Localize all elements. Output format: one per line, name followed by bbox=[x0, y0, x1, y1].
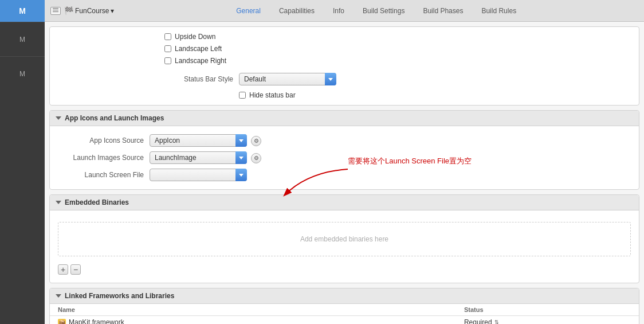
launch-images-settings-button[interactable]: ⚙ bbox=[251, 153, 261, 163]
hide-status-bar-row: Hide status bar bbox=[239, 90, 631, 100]
launch-images-source-row: Launch Images Source LaunchImage ⚙ bbox=[50, 149, 639, 166]
embedded-binaries-section: Embedded Binaries Add embedded binaries … bbox=[49, 194, 639, 283]
framework-name: MapKit.framework bbox=[69, 318, 124, 324]
orientation-section: Upside Down Landscape Left Landscape Rig… bbox=[49, 26, 639, 106]
upside-down-label: Upside Down bbox=[175, 33, 215, 41]
linked-frameworks-section-body: Name Status 📦MapKit.frameworkRequired⇅○l… bbox=[50, 304, 639, 324]
orientation-checkboxes: Upside Down Landscape Left Landscape Rig… bbox=[164, 32, 631, 66]
launch-screen-file-control bbox=[150, 169, 379, 181]
status-bar-label: Status Bar Style bbox=[164, 75, 239, 83]
sidebar-item-2[interactable]: M bbox=[0, 56, 45, 91]
app-icons-settings-button[interactable]: ⚙ bbox=[251, 136, 261, 146]
linked-frameworks-collapse-icon bbox=[56, 294, 61, 298]
sidebar-toggle-button[interactable] bbox=[50, 7, 61, 15]
frameworks-table: Name Status 📦MapKit.frameworkRequired⇅○l… bbox=[50, 304, 639, 324]
status-bar-row: Status Bar Style Default bbox=[164, 71, 631, 88]
hide-status-bar-checkbox[interactable] bbox=[239, 92, 246, 99]
tab-build-phases[interactable]: Build Phases bbox=[419, 5, 466, 17]
framework-status: Required bbox=[464, 318, 492, 324]
app-icons-source-select[interactable]: AppIcon bbox=[150, 134, 247, 147]
content-inner: Upside Down Landscape Left Landscape Rig… bbox=[45, 22, 644, 324]
app-icons-source-control: AppIcon ⚙ bbox=[150, 134, 379, 147]
toolbar: 🏁 FunCourse ▾ General Capabilities Info … bbox=[45, 0, 644, 22]
launch-images-source-label: Launch Images Source bbox=[58, 154, 150, 162]
main-area: 🏁 FunCourse ▾ General Capabilities Info … bbox=[45, 0, 644, 324]
project-name-label: FunCourse bbox=[75, 7, 109, 15]
launch-screen-file-label: Launch Screen File bbox=[58, 171, 150, 179]
app-icons-source-row: App Icons Source AppIcon ⚙ bbox=[50, 132, 639, 149]
landscape-right-label: Landscape Right bbox=[175, 57, 226, 65]
linked-frameworks-section-header[interactable]: Linked Frameworks and Libraries bbox=[50, 288, 639, 304]
status-bar-select[interactable]: Default bbox=[239, 73, 336, 85]
add-binary-button[interactable]: + bbox=[58, 264, 68, 275]
framework-icon: 📦 bbox=[58, 319, 66, 324]
name-column-header: Name bbox=[50, 304, 456, 316]
add-remove-row: + − bbox=[50, 262, 639, 277]
embedded-binaries-empty-label: Add embedded binaries here bbox=[300, 235, 388, 243]
linked-frameworks-section-title: Linked Frameworks and Libraries bbox=[65, 292, 174, 300]
launch-images-source-control: LaunchImage ⚙ bbox=[150, 151, 379, 164]
embedded-binaries-collapse-icon bbox=[56, 201, 61, 204]
tab-build-rules[interactable]: Build Rules bbox=[478, 5, 520, 17]
framework-name-cell: 📦MapKit.framework bbox=[50, 316, 456, 325]
upside-down-checkbox[interactable] bbox=[164, 33, 171, 40]
sidebar-avatar: M bbox=[0, 0, 45, 22]
launch-images-select-wrapper: LaunchImage bbox=[150, 151, 247, 164]
tab-build-settings[interactable]: Build Settings bbox=[359, 5, 408, 17]
launch-screen-file-row: Launch Screen File bbox=[50, 166, 639, 184]
embedded-binaries-section-body: Add embedded binaries here + − bbox=[50, 210, 639, 283]
status-bar-select-wrapper: Default bbox=[239, 73, 336, 85]
launch-screen-select-wrapper bbox=[150, 169, 247, 181]
landscape-left-label: Landscape Left bbox=[175, 45, 222, 53]
embedded-binaries-section-title: Embedded Binaries bbox=[65, 198, 129, 206]
app-icons-section-header[interactable]: App Icons and Launch Images bbox=[50, 111, 639, 126]
tab-general[interactable]: General bbox=[233, 5, 264, 17]
embedded-binaries-empty: Add embedded binaries here bbox=[58, 222, 631, 256]
toolbar-left: 🏁 FunCourse ▾ bbox=[50, 6, 114, 15]
launch-screen-file-select[interactable] bbox=[150, 169, 247, 181]
status-bar-control: Default bbox=[239, 73, 468, 85]
project-icon: 🏁 bbox=[64, 6, 73, 15]
content-area: Upside Down Landscape Left Landscape Rig… bbox=[45, 22, 644, 324]
remove-binary-button[interactable]: − bbox=[70, 264, 81, 275]
tab-bar: General Capabilities Info Build Settings… bbox=[114, 5, 638, 17]
app-icons-source-label: App Icons Source bbox=[58, 136, 150, 145]
landscape-left-row: Landscape Left bbox=[164, 44, 631, 54]
embedded-binaries-section-header[interactable]: Embedded Binaries bbox=[50, 195, 639, 210]
sidebar-item-1[interactable]: M bbox=[0, 22, 45, 56]
linked-frameworks-section: Linked Frameworks and Libraries Name Sta… bbox=[49, 288, 639, 324]
app-icons-section-title: App Icons and Launch Images bbox=[65, 114, 164, 122]
status-column-header: Status bbox=[456, 304, 639, 316]
landscape-right-row: Landscape Right bbox=[164, 56, 631, 66]
sidebar: M M M bbox=[0, 0, 45, 324]
app-icons-section-body: App Icons Source AppIcon ⚙ bbox=[50, 126, 639, 189]
sidebar-toggle-icon bbox=[53, 8, 58, 14]
project-selector[interactable]: 🏁 FunCourse ▾ bbox=[64, 6, 114, 15]
section-collapse-icon bbox=[56, 116, 61, 120]
hide-status-bar-label: Hide status bar bbox=[249, 91, 296, 99]
app-icons-section: App Icons and Launch Images App Icons So… bbox=[49, 110, 639, 190]
launch-images-source-select[interactable]: LaunchImage bbox=[150, 151, 247, 164]
framework-row: 📦MapKit.frameworkRequired⇅ bbox=[50, 316, 639, 325]
framework-status-cell: Required⇅ bbox=[456, 316, 639, 325]
upside-down-row: Upside Down bbox=[164, 32, 631, 42]
app-icons-select-wrapper: AppIcon bbox=[150, 134, 247, 147]
landscape-left-checkbox[interactable] bbox=[164, 45, 171, 52]
framework-status-stepper[interactable]: ⇅ bbox=[494, 319, 499, 324]
landscape-right-checkbox[interactable] bbox=[164, 57, 171, 64]
tab-info[interactable]: Info bbox=[329, 5, 348, 17]
tab-capabilities[interactable]: Capabilities bbox=[276, 5, 318, 17]
